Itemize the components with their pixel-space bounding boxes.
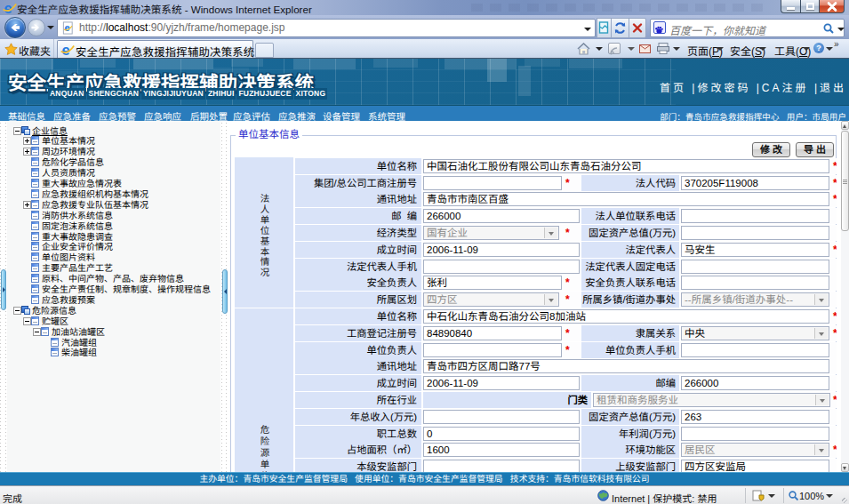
svg-text:e: e <box>4 1 12 14</box>
svg-text:e: e <box>65 22 70 33</box>
svg-text:e: e <box>62 43 70 56</box>
